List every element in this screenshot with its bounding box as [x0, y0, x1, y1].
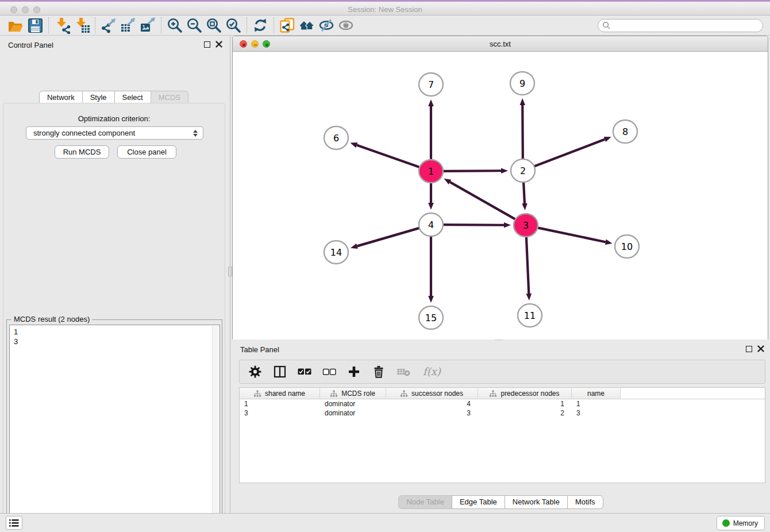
export-table-icon[interactable]	[118, 17, 138, 34]
memory-button[interactable]: Memory	[717, 516, 765, 530]
table-cell[interactable]: 3	[572, 409, 621, 417]
unselect-all-columns-icon[interactable]	[322, 364, 337, 379]
clone-network-icon[interactable]	[278, 17, 297, 34]
mcds-result-textarea[interactable]: 13	[9, 325, 220, 532]
close-panel-button[interactable]: Close panel	[117, 145, 176, 159]
export-image-icon[interactable]	[138, 17, 157, 34]
import-network-icon[interactable]	[52, 17, 72, 34]
table-tab-node-table[interactable]: Node Table	[398, 495, 452, 509]
table-tab-motifs[interactable]: Motifs	[567, 495, 603, 509]
graph-node-4[interactable]: 4	[419, 213, 443, 236]
graph-node-1[interactable]: 1	[419, 160, 443, 183]
column-tree-icon	[330, 390, 337, 397]
column-label: shared name	[265, 390, 305, 398]
edge-3-11[interactable]	[526, 237, 532, 300]
search-input[interactable]	[598, 19, 763, 32]
column-header-successor-nodes[interactable]: successor nodes	[386, 388, 478, 399]
table-cell[interactable]: 3	[386, 409, 478, 417]
graph-node-2[interactable]: 2	[511, 159, 535, 182]
delete-table-icon[interactable]	[396, 364, 411, 379]
zoom-fit-icon[interactable]	[204, 17, 224, 34]
search-icon	[602, 21, 611, 30]
graph-node-11[interactable]: 11	[518, 304, 542, 327]
control-panel: Control Panel NetworkStyleSelectMCDS Opt…	[0, 36, 228, 506]
save-session-icon[interactable]	[25, 17, 45, 34]
edge-2-8[interactable]	[534, 137, 611, 166]
edge-4-14[interactable]	[351, 228, 419, 249]
mcds-panel: Optimization criterion: strongly connect…	[3, 103, 225, 532]
window-titlebar: Session: New Session	[0, 0, 770, 16]
graph-node-8[interactable]: 8	[613, 120, 637, 143]
zoom-selected-icon[interactable]	[224, 17, 243, 34]
table-cell[interactable]: 2	[478, 409, 572, 417]
edge-1-7[interactable]	[428, 99, 434, 159]
optimization-criterion-label: Optimization criterion:	[3, 114, 225, 123]
close-panel-icon[interactable]	[215, 41, 222, 48]
graph-node-3[interactable]: 3	[514, 214, 538, 237]
table-cell[interactable]: dominator	[320, 409, 386, 417]
show-columns-icon[interactable]	[272, 364, 287, 379]
refresh-icon[interactable]	[251, 17, 270, 34]
edge-2-9[interactable]	[519, 98, 525, 159]
table-tab-network-table[interactable]: Network Table	[505, 495, 568, 509]
svg-text:7: 7	[428, 79, 434, 90]
float-panel-icon[interactable]	[204, 41, 210, 48]
column-header-shared-name[interactable]: shared name	[240, 388, 320, 399]
column-header-name[interactable]: name	[572, 388, 621, 399]
hide-details-icon[interactable]	[317, 17, 336, 34]
edge-1-2[interactable]	[443, 168, 508, 174]
edge-1-6[interactable]	[351, 142, 420, 167]
network-home-icon[interactable]	[297, 17, 317, 34]
network-canvas[interactable]: 7968124314101511	[233, 52, 768, 340]
table-row[interactable]: 1dominator411	[240, 399, 765, 408]
toolbar-separator	[274, 17, 274, 33]
table-cell[interactable]: 1	[240, 400, 320, 408]
edge-3-10[interactable]	[538, 228, 613, 245]
column-header-predecessor-nodes[interactable]: predecessor nodes	[478, 388, 572, 399]
delete-column-trash-icon[interactable]	[371, 364, 386, 379]
edge-3-1[interactable]	[444, 179, 515, 219]
svg-text:14: 14	[330, 247, 342, 258]
graph-node-7[interactable]: 7	[419, 73, 443, 96]
table-cell[interactable]: dominator	[320, 400, 386, 408]
graph-node-6[interactable]: 6	[324, 126, 348, 149]
edge-2-3[interactable]	[522, 183, 528, 210]
float-table-panel-icon[interactable]	[746, 346, 752, 352]
table-tab-edge-table[interactable]: Edge Table	[452, 495, 505, 509]
task-list-icon	[9, 519, 19, 527]
edge-1-4[interactable]	[428, 183, 434, 210]
create-column-plus-icon[interactable]	[346, 364, 361, 379]
table-panel-title: Table Panel	[240, 345, 279, 354]
function-builder-icon[interactable]: f(x)	[421, 364, 444, 379]
select-all-columns-icon[interactable]	[297, 364, 312, 379]
export-network-icon[interactable]	[99, 17, 118, 34]
run-mcds-button[interactable]: Run MCDS	[55, 145, 109, 159]
graph-node-9[interactable]: 9	[510, 72, 534, 95]
vertical-splitter-handle[interactable]	[228, 267, 232, 276]
import-table-icon[interactable]	[72, 17, 91, 34]
memory-button-label: Memory	[733, 519, 758, 527]
mcds-result-group: MCDS result (2 nodes) 13	[6, 319, 222, 532]
open-session-icon[interactable]	[6, 17, 25, 34]
task-history-button[interactable]	[6, 516, 22, 530]
table-row[interactable]: 3dominator323	[240, 408, 765, 418]
optimization-criterion-select[interactable]: strongly connected component	[26, 126, 203, 140]
birds-eye-icon[interactable]	[336, 17, 356, 34]
edge-4-3[interactable]	[443, 222, 511, 228]
graph-node-14[interactable]: 14	[324, 241, 348, 264]
table-cell[interactable]: 3	[240, 409, 320, 417]
table-cell[interactable]: 1	[478, 400, 572, 408]
table-cell[interactable]: 4	[386, 400, 478, 408]
zoom-out-icon[interactable]	[184, 17, 204, 34]
column-header-MCDS-role[interactable]: MCDS role	[320, 388, 386, 399]
edge-4-15[interactable]	[428, 237, 434, 303]
graph-node-15[interactable]: 15	[419, 306, 443, 329]
zoom-in-icon[interactable]	[165, 17, 184, 34]
close-table-panel-icon[interactable]	[757, 345, 764, 352]
mcds-result-lines: 13	[14, 327, 220, 346]
table-panel: Table Panel f(x) shared nameMCDS rolesuc…	[232, 342, 770, 513]
table-settings-gear-icon[interactable]	[248, 364, 263, 379]
graph-node-10[interactable]: 10	[615, 235, 639, 258]
result-scrollbar[interactable]	[212, 326, 219, 532]
table-cell[interactable]: 1	[572, 400, 621, 408]
